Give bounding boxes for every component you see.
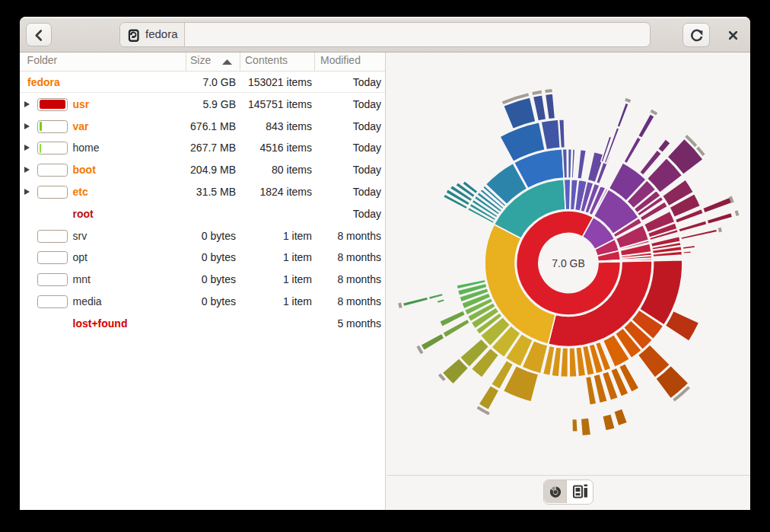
svg-text:7.0 GB: 7.0 GB [552,257,585,269]
